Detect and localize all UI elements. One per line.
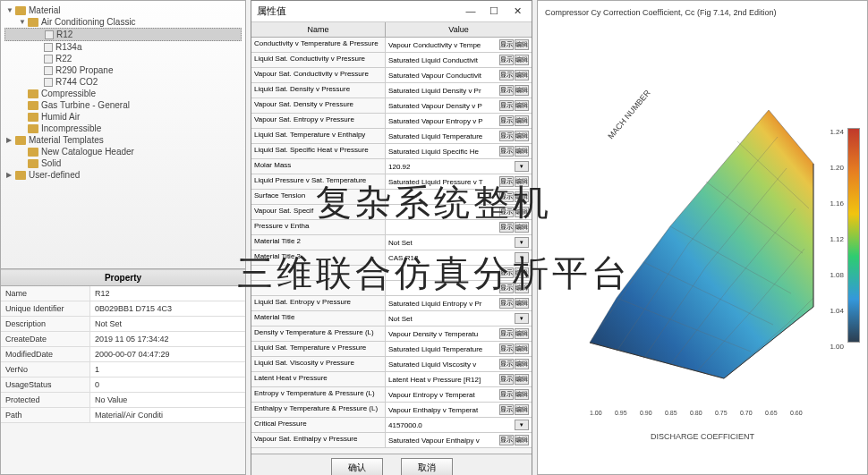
show-button[interactable]: 显示 [499, 344, 514, 354]
grid-row[interactable]: Vapour Sat. Density v PressureSaturated … [251, 98, 532, 114]
grid-row[interactable]: Vapour Sat. Enthalpy v PressureSaturated… [251, 433, 532, 448]
edit-button[interactable]: 编辑 [515, 267, 529, 278]
tree-item-humid-air[interactable]: Humid Air [4, 111, 242, 123]
edit-button[interactable]: 编辑 [515, 389, 529, 400]
material-tree[interactable]: ▼Material▼Air Conditioning ClassicR12R13… [1, 1, 245, 269]
show-button[interactable]: 显示 [499, 389, 514, 400]
grid-row[interactable]: Liquid Sat. Temperature v EnthalpySatura… [251, 129, 532, 144]
tree-item-material-templates[interactable]: ▶Material Templates [4, 134, 242, 146]
grid-row[interactable]: 显示编辑 [251, 266, 532, 281]
edit-button[interactable]: 编辑 [515, 191, 529, 202]
edit-button[interactable]: 编辑 [515, 100, 529, 111]
tree-item-incompressible[interactable]: Incompressible [4, 123, 242, 134]
tree-item-r744-co2[interactable]: R744 CO2 [4, 76, 242, 88]
tree-item-r134a[interactable]: R134a [4, 41, 242, 53]
grid-row[interactable]: Density v Temperature & Pressure (L)Vapo… [251, 327, 532, 342]
dropdown-icon[interactable]: ▾ [515, 252, 529, 263]
grid-row[interactable]: Pressure v Entha显示编辑 [251, 220, 532, 235]
edit-button[interactable]: 编辑 [515, 207, 529, 217]
dropdown-icon[interactable]: ▾ [515, 161, 529, 172]
grid-row[interactable]: Vapour Sat. Entropy v PressureSaturated … [251, 114, 532, 129]
cancel-button[interactable]: 取消 [401, 458, 453, 475]
edit-button[interactable]: 编辑 [515, 404, 529, 415]
grid-row[interactable]: Vapour Sat. Specif显示编辑 [251, 205, 532, 220]
x-tick: 0.70 [740, 410, 753, 416]
grid-row[interactable]: Material TitleNot Set▾ [251, 311, 532, 327]
edit-button[interactable]: 编辑 [515, 131, 529, 141]
show-button[interactable]: 显示 [499, 298, 514, 309]
dropdown-icon[interactable]: ▾ [515, 420, 529, 430]
dropdown-icon[interactable]: ▾ [515, 313, 529, 324]
show-button[interactable]: 显示 [499, 435, 514, 445]
show-button[interactable]: 显示 [499, 267, 514, 278]
show-button[interactable]: 显示 [499, 39, 514, 50]
edit-button[interactable]: 编辑 [515, 85, 529, 96]
tree-item-air-conditioning-classic[interactable]: ▼Air Conditioning Classic [4, 16, 242, 28]
grid-row[interactable]: Liquid Sat. Density v PressureSaturated … [251, 83, 532, 98]
grid-row[interactable]: Liquid Sat. Entropy v PressureSaturated … [251, 296, 532, 311]
show-button[interactable]: 显示 [499, 85, 514, 96]
dropdown-icon[interactable]: ▾ [515, 237, 529, 248]
edit-button[interactable]: 编辑 [515, 374, 529, 385]
show-button[interactable]: 显示 [499, 207, 514, 217]
show-button[interactable]: 显示 [499, 100, 514, 111]
edit-button[interactable]: 编辑 [515, 298, 529, 309]
edit-button[interactable]: 编辑 [515, 328, 529, 339]
grid-row[interactable]: Entropy v Temperature & Pressure (L)Vapo… [251, 387, 532, 403]
edit-button[interactable]: 编辑 [515, 70, 529, 81]
tree-item-gas-turbine---general[interactable]: Gas Turbine - General [4, 99, 242, 111]
show-button[interactable]: 显示 [499, 404, 514, 415]
edit-button[interactable]: 编辑 [515, 55, 529, 65]
tree-item-material[interactable]: ▼Material [4, 4, 242, 16]
attr-name: Pressure v Entha [251, 220, 386, 234]
grid-row[interactable]: Conductivity v Temperature & PressureVap… [251, 38, 532, 53]
grid-row[interactable]: Enthalpy v Temperature & Pressure (L)Vap… [251, 403, 532, 418]
close-button[interactable]: ✕ [508, 5, 526, 17]
grid-row[interactable]: 显示编辑 [251, 281, 532, 296]
grid-row[interactable]: Critical Pressure4157000.0▾ [251, 418, 532, 433]
edit-button[interactable]: 编辑 [515, 283, 529, 293]
grid-row[interactable]: Liquid Sat. Temperature v PressureSatura… [251, 342, 532, 357]
show-button[interactable]: 显示 [499, 191, 514, 202]
edit-button[interactable]: 编辑 [515, 146, 529, 157]
grid-row[interactable]: Surface Tension显示编辑 [251, 190, 532, 205]
grid-row[interactable]: Liquid Sat. Viscosity v PressureSaturate… [251, 357, 532, 372]
tree-item-new-catalogue-header[interactable]: New Catalogue Header [4, 146, 242, 157]
grid-row[interactable]: Liquid Sat. Specific Heat v PressureSatu… [251, 144, 532, 159]
tree-item-r290-propane[interactable]: R290 Propane [4, 64, 242, 76]
grid-row[interactable]: Vapour Sat. Conductivity v PressureSatur… [251, 68, 532, 83]
grid-row[interactable]: Molar Mass120.92▾ [251, 159, 532, 174]
grid-row[interactable]: Liquid Pressure v Sat. TemperatureSatura… [251, 174, 532, 190]
edit-button[interactable]: 编辑 [515, 359, 529, 369]
show-button[interactable]: 显示 [499, 328, 514, 339]
show-button[interactable]: 显示 [499, 115, 514, 126]
edit-button[interactable]: 编辑 [515, 39, 529, 50]
edit-button[interactable]: 编辑 [515, 115, 529, 126]
show-button[interactable]: 显示 [499, 70, 514, 81]
grid-row[interactable]: Material Title 2Not Set▾ [251, 235, 532, 250]
show-button[interactable]: 显示 [499, 131, 514, 141]
tree-item-r22[interactable]: R22 [4, 53, 242, 64]
grid-row[interactable]: Liquid Sat. Conductivity v PressureSatur… [251, 53, 532, 68]
show-button[interactable]: 显示 [499, 146, 514, 157]
show-button[interactable]: 显示 [499, 374, 514, 385]
ok-button[interactable]: 确认 [331, 458, 383, 475]
edit-button[interactable]: 编辑 [515, 222, 529, 233]
grid-body[interactable]: Conductivity v Temperature & PressureVap… [251, 38, 532, 454]
grid-row[interactable]: Material Title 3CAS R12▾ [251, 250, 532, 266]
maximize-button[interactable]: ☐ [485, 5, 503, 17]
show-button[interactable]: 显示 [499, 55, 514, 65]
edit-button[interactable]: 编辑 [515, 176, 529, 187]
show-button[interactable]: 显示 [499, 283, 514, 293]
show-button[interactable]: 显示 [499, 359, 514, 369]
edit-button[interactable]: 编辑 [515, 344, 529, 354]
tree-item-r12[interactable]: R12 [4, 28, 242, 41]
minimize-button[interactable]: — [462, 5, 480, 17]
show-button[interactable]: 显示 [499, 176, 514, 187]
grid-row[interactable]: Latent Heat v PressureLatent Heat v Pres… [251, 372, 532, 387]
tree-item-user-defined[interactable]: ▶User-defined [4, 169, 242, 181]
tree-item-compressible[interactable]: Compressible [4, 88, 242, 99]
tree-item-solid[interactable]: Solid [4, 157, 242, 169]
show-button[interactable]: 显示 [499, 222, 514, 233]
edit-button[interactable]: 编辑 [515, 435, 529, 445]
